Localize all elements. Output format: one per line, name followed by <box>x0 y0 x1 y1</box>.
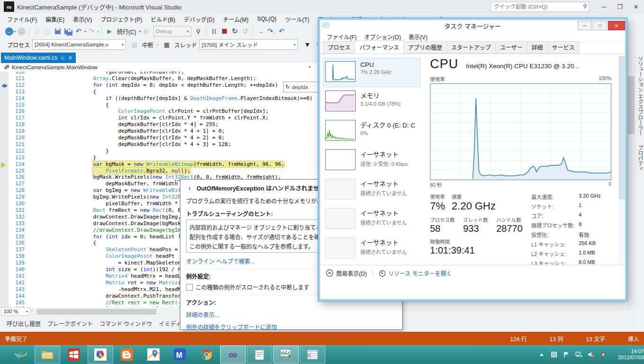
save-icon[interactable] <box>53 26 63 36</box>
continue-icon[interactable]: ▶ <box>105 26 114 36</box>
filter-threads-icon[interactable]: ▼ <box>303 39 312 50</box>
bottom-panel-tab-2[interactable]: コマンド ウィンドウ <box>99 319 152 328</box>
open-file-icon[interactable]: ▢ <box>43 26 52 36</box>
sidebar-item-none-4[interactable]: イーサネット接続されていません <box>323 175 420 205</box>
taskmgr-maximize-button[interactable]: □ <box>593 21 607 30</box>
sidebar-item-disk-2[interactable]: ディスク 0 (E: D: C0% <box>323 117 420 146</box>
close-tab-icon[interactable]: ✕ <box>68 55 72 61</box>
taskmgr-tab-5[interactable]: 詳細 <box>527 41 548 54</box>
visual-studio-icon[interactable]: ∞ <box>220 346 246 364</box>
step-out-icon[interactable]: ↶ <box>277 26 286 36</box>
tray-ime-icon[interactable] <box>550 351 558 358</box>
taskmgr-close-button[interactable]: ✕ <box>608 21 625 30</box>
side-tool-tab-0[interactable]: ソリューション エクスプローラー <box>635 51 644 140</box>
navigation-dropdown-icon[interactable]: ▾ <box>309 65 311 69</box>
google-maps-icon[interactable] <box>141 346 166 364</box>
task-manager-icon[interactable] <box>273 346 299 364</box>
debugger-datatip[interactable]: ↻ depIdx <box>283 82 320 92</box>
navigate-forward-icon[interactable]: → <box>18 27 26 36</box>
taskmgr-tab-6[interactable]: サービス <box>547 41 580 54</box>
taskmgr-scrollbar[interactable] <box>618 56 624 274</box>
break-all-icon[interactable] <box>209 26 219 36</box>
menu-item-6[interactable]: チーム(M) <box>219 13 253 25</box>
menu-item-8[interactable]: ツール(T) <box>281 13 313 25</box>
sidebar-item-none-6[interactable]: イーサネット接続されていません <box>323 234 420 264</box>
step-over-icon[interactable]: ↷. <box>267 26 276 36</box>
file-explorer-icon[interactable] <box>35 346 60 364</box>
minimize-button[interactable]: ─ <box>596 1 612 12</box>
m-app-icon[interactable]: M <box>167 346 193 364</box>
grid-app-icon[interactable] <box>300 346 325 364</box>
internet-explorer-icon[interactable]: e <box>8 346 34 364</box>
menu-item-1[interactable]: 編集(E) <box>41 13 69 25</box>
step-into-icon[interactable]: → <box>256 26 266 36</box>
notepad-icon[interactable] <box>247 346 272 364</box>
fewer-details-button[interactable]: 簡易表示(D) <box>326 269 367 277</box>
quick-launch-input[interactable] <box>491 2 589 12</box>
taskmgr-tab-2[interactable]: アプリの履歴 <box>403 41 447 54</box>
solution-configurations-combobox[interactable]: Debug▾ <box>153 26 191 36</box>
refresh-icon[interactable]: ↺ <box>241 26 250 36</box>
editor-indicator-margin[interactable] <box>0 72 9 307</box>
tray-network-icon[interactable] <box>575 351 582 358</box>
menu-item-2[interactable]: 表示(V) <box>69 13 96 25</box>
picasa-icon[interactable] <box>88 346 113 364</box>
taskmgr-tab-3[interactable]: スタートアップ <box>447 41 496 54</box>
continue-button[interactable]: 続行(C) <box>117 27 136 36</box>
exception-action-link-0[interactable]: 詳細の表示... <box>186 310 396 318</box>
menu-item-0[interactable]: ファイル(F) <box>3 13 41 25</box>
sidebar-item-mem-1[interactable]: メモリ3.1/4.0 GB (78%) <box>323 87 420 117</box>
tab-mainwindow-xaml-cs[interactable]: MainWindow.xaml.cs ⌹ ✕ <box>1 53 76 63</box>
hscroll-thumb[interactable] <box>37 309 156 315</box>
exception-action-link-1[interactable]: 例外の詳細をクリップボードに追加 <box>186 323 396 331</box>
taskmgr-tab-1[interactable]: パフォーマンス <box>355 40 404 54</box>
open-resource-monitor-link[interactable]: リソース モニターを開く <box>379 269 452 277</box>
blogger-icon[interactable] <box>114 346 140 364</box>
taskmgr-minimize-button[interactable]: ─ <box>578 21 592 30</box>
taskmgr-tab-4[interactable]: ユーザー <box>495 41 528 54</box>
back-dropdown-icon[interactable]: ▾ <box>14 29 16 34</box>
attach-icon[interactable]: ⊞ <box>142 26 151 36</box>
break-on-thrown-checkbox[interactable] <box>186 284 193 291</box>
vscroll-thumb[interactable] <box>628 76 635 134</box>
undo-icon[interactable]: ↶ <box>74 26 83 36</box>
process-combobox[interactable]: [2664] KinectCameraSample.v▾ <box>32 39 126 50</box>
menu-item-3[interactable]: プロジェクト(P) <box>96 13 146 25</box>
windows-red-app-icon[interactable] <box>61 346 87 364</box>
sidebar-item-none-5[interactable]: イーサネット接続されていません <box>323 205 420 234</box>
find-icon[interactable]: ⚲ <box>194 26 203 36</box>
bottom-panel-tab-0[interactable]: 呼び出し履歴 <box>7 319 41 328</box>
refresh-value-icon[interactable]: ↻ <box>286 84 290 90</box>
save-all-icon[interactable] <box>63 26 73 36</box>
new-project-icon[interactable]: □ <box>32 26 42 36</box>
chrome-icon[interactable] <box>194 346 219 364</box>
cpu-usage-graph[interactable] <box>430 83 611 180</box>
side-tool-tab-1[interactable]: プロパティ <box>635 140 644 176</box>
taskmgr-menu-2[interactable]: 表示(V) <box>405 31 431 42</box>
vertical-scrollbar[interactable] <box>627 72 635 307</box>
taskbar-clock[interactable]: 14:07 2012/07/03 <box>614 348 644 361</box>
bottom-panel-tab-1[interactable]: ブレークポイント <box>47 319 93 328</box>
menu-item-7[interactable]: SQL(Q) <box>253 14 281 24</box>
thread-combobox[interactable]: [3700] メイン スレッド▾ <box>199 39 298 50</box>
tray-action-close-icon[interactable] <box>599 351 607 358</box>
sidebar-item-cpu-0[interactable]: CPU7% 2.20 GHz <box>323 58 420 87</box>
suspend-icon[interactable]: ▤ <box>130 39 139 50</box>
stop-debugging-icon[interactable] <box>220 26 229 36</box>
editor-zoom-select[interactable]: 100 %▾ <box>1 307 30 316</box>
taskmgr-tab-0[interactable]: プロセス <box>323 41 355 54</box>
menu-item-5[interactable]: デバッグ(D) <box>179 13 219 25</box>
navigate-back-icon[interactable]: ← <box>5 27 13 36</box>
tray-volume-muted-icon[interactable] <box>587 351 595 358</box>
close-button[interactable]: ✕ <box>628 1 644 12</box>
menu-item-4[interactable]: ビルド(B) <box>146 13 179 25</box>
restore-button[interactable]: ❐ <box>612 1 628 12</box>
taskmgr-titlebar[interactable]: タスク マネージャー ─ □ ✕ <box>320 20 625 31</box>
restart-icon[interactable]: ↻ <box>230 26 240 36</box>
line-number: 121 <box>9 141 25 148</box>
tray-expand-icon[interactable] <box>538 351 546 358</box>
sidebar-item-eth-3[interactable]: イーサネット送信: 0 受信: 0 Kbps <box>323 146 420 175</box>
redo-icon[interactable]: ↷ <box>87 26 96 36</box>
tray-flag-icon[interactable] <box>563 351 570 358</box>
pin-tab-icon[interactable]: ⌹ <box>61 55 64 61</box>
